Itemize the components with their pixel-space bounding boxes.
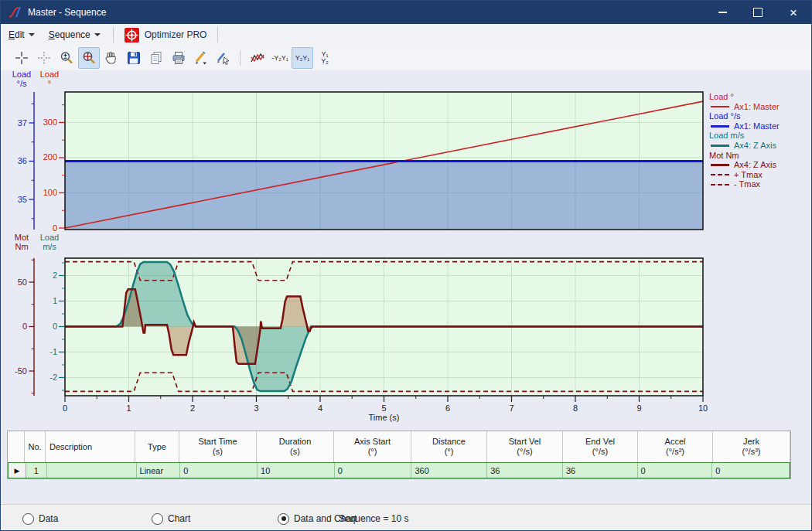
legend-line-sample (711, 174, 729, 175)
minimize-button[interactable] (705, 1, 740, 24)
menu-sequence[interactable]: Sequence (43, 26, 107, 43)
menubar-separator-2 (217, 27, 218, 43)
save-button[interactable] (123, 47, 145, 69)
table-cell[interactable]: 36 (487, 463, 563, 478)
legend-line-sample (711, 164, 729, 166)
table-cell[interactable]: 36 (563, 463, 638, 478)
column-header-jerk[interactable]: Jerk(°/s³) (713, 431, 790, 462)
axis-title-unit: ° (35, 79, 64, 88)
column-header-type[interactable]: Type (135, 431, 179, 462)
table-cell[interactable]: 360 (411, 463, 487, 478)
column-header-distance[interactable]: Distance(°) (411, 431, 487, 462)
delta-cursor-button[interactable] (33, 47, 55, 69)
svg-text:8: 8 (573, 403, 578, 413)
sequence-table[interactable]: No.DescriptionTypeStart Time(s)Duration(… (7, 431, 791, 479)
app-icon (8, 5, 22, 19)
radio-data[interactable]: Data (22, 505, 58, 531)
chart-legend: Load °Ax1: MasterLoad °/sAx1: MasterLoad… (709, 92, 811, 189)
axes-minus-y2y1-icon: -Y₂Y₁ (271, 55, 288, 62)
column-header-start-vel[interactable]: Start Vel(°/s) (487, 431, 563, 462)
zoom-in-out-button[interactable] (56, 47, 77, 69)
legend-item-label: Ax1: Master (734, 102, 780, 112)
svg-text:9: 9 (636, 403, 641, 413)
legend-item: Ax1: Master (709, 102, 811, 112)
table-cell[interactable]: 1 (26, 463, 47, 478)
column-header-axis-start[interactable]: Axis Start(°) (334, 431, 411, 462)
load-position-velocity-panel[interactable] (65, 92, 703, 230)
table-cell[interactable] (47, 463, 137, 478)
zoom-in-out-icon (59, 50, 74, 66)
table-cell[interactable]: 0 (638, 463, 713, 478)
svg-text:0: 0 (53, 322, 57, 331)
axis-title-load-deg: Load° (35, 70, 64, 88)
column-label: End Vel (585, 437, 615, 447)
column-unit: (°/s) (517, 447, 532, 457)
legend-item-label: - Tmax (734, 179, 760, 189)
copy-button[interactable] (145, 47, 167, 69)
column-unit: (s) (290, 447, 300, 457)
table-cell[interactable]: 10 (258, 463, 335, 478)
svg-text:35: 35 (18, 195, 27, 204)
axis-title-unit: °/s (7, 79, 36, 88)
edit-annotation-button[interactable] (213, 47, 234, 69)
column-header-no-[interactable]: No. (25, 431, 46, 462)
axis-title-line: Load (7, 70, 36, 79)
column-label: Start Vel (509, 437, 541, 447)
close-button[interactable]: × (776, 1, 811, 24)
crosshair-cursor-button[interactable] (11, 47, 32, 69)
axes-y1-over-y2-icon: Y₁ Y₂ (321, 51, 329, 65)
pan-button[interactable] (101, 47, 122, 69)
axes-y2y1-button[interactable]: Y₂Y₁ (292, 47, 313, 69)
column-header-duration[interactable]: Duration(s) (257, 431, 334, 462)
zoom-extents-button[interactable] (78, 47, 100, 69)
column-label: Accel (665, 437, 686, 447)
row-selector-cell[interactable]: ▶ (9, 463, 26, 478)
radio-chart[interactable]: Chart (152, 505, 190, 531)
zoom-extents-icon (81, 50, 97, 66)
legend-item-label: + Tmax (734, 170, 763, 180)
radio-circle-icon (152, 513, 163, 525)
legend-group-title: Load m/s (709, 131, 811, 141)
table-row[interactable]: ▶1Linear0100360363600 (8, 462, 790, 478)
traces-button[interactable] (247, 47, 268, 69)
time-axis-label: Time (s) (369, 413, 400, 422)
column-header-accel[interactable]: Accel(°/s²) (638, 431, 713, 462)
optimizer-pro-button[interactable]: Optimizer PRO (120, 26, 212, 44)
maximize-button[interactable] (740, 1, 776, 24)
save-icon (126, 50, 142, 66)
annotate-button[interactable] (190, 47, 212, 69)
axis-title-mot-nm: MotNm (7, 233, 36, 251)
radio-label: Chart (168, 513, 190, 524)
svg-text:200: 200 (43, 152, 57, 162)
delta-cursor-icon (36, 50, 52, 66)
column-unit: (°) (445, 447, 454, 457)
axes-y1-over-y2-button[interactable]: Y₁ Y₂ (314, 47, 336, 69)
column-header-start-time[interactable]: Start Time(s) (179, 431, 257, 462)
table-cell[interactable]: Linear (137, 463, 181, 478)
svg-text:0: 0 (22, 322, 27, 331)
svg-text:5: 5 (381, 403, 386, 413)
column-label: Description (49, 442, 92, 452)
svg-text:-2: -2 (49, 373, 57, 382)
table-header-row: No.DescriptionTypeStart Time(s)Duration(… (8, 431, 790, 462)
axis-load_degps: 353637 (18, 92, 34, 230)
sequence-duration-label: Sequence = 10 s (339, 505, 408, 531)
column-header-description[interactable]: Description (46, 431, 135, 462)
optimizer-target-icon (125, 28, 139, 43)
svg-text:6: 6 (445, 403, 450, 413)
axes-minus-y2y1-button[interactable]: -Y₂Y₁ (269, 47, 291, 69)
table-cell[interactable]: 0 (180, 463, 258, 478)
svg-text:300: 300 (43, 117, 57, 127)
series-fill (65, 162, 703, 230)
menu-edit[interactable]: Edit (2, 26, 41, 43)
axis-load_deg: 0100200300 (43, 105, 65, 233)
toolbar-separator (240, 50, 241, 66)
table-cell[interactable]: 0 (712, 463, 790, 478)
motor-torque-load-velocity-panel[interactable] (65, 258, 703, 396)
titlebar: Master - Sequence × (1, 1, 811, 24)
table-cell[interactable]: 0 (335, 463, 412, 478)
column-header-end-vel[interactable]: End Vel(°/s) (563, 431, 638, 462)
svg-text:1: 1 (53, 296, 57, 305)
radio-circle-icon (278, 513, 289, 525)
print-button[interactable] (168, 47, 189, 69)
